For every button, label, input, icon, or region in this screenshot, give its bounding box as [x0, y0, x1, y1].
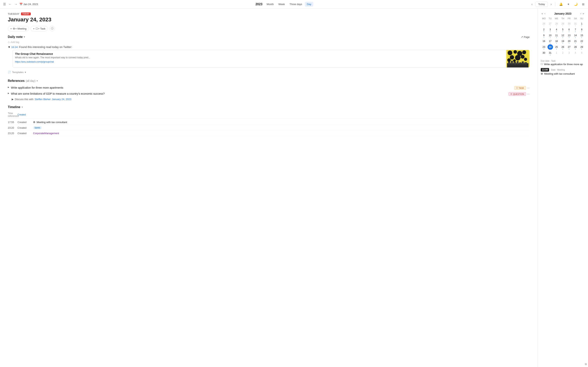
forward-button[interactable]: →	[14, 2, 18, 7]
mini-cal-day-3[interactable]: 3	[547, 27, 553, 32]
mini-cal-day-10[interactable]: 10	[547, 33, 553, 38]
mini-cal-day-23[interactable]: 23	[541, 44, 546, 50]
mini-cal-day-11[interactable]: 11	[554, 33, 559, 38]
bell-icon[interactable]: 🔔	[558, 2, 564, 7]
question-badge-2[interactable]: ⊙ QUESTION	[509, 92, 526, 96]
weekday-we: WE	[553, 17, 560, 20]
today-button[interactable]: Today	[535, 1, 548, 7]
daily-note-title: Daily note ▾	[8, 35, 25, 39]
mini-cal-day-24[interactable]: 24	[547, 44, 553, 50]
taxes-tag[interactable]: taxes	[33, 126, 42, 129]
page-link[interactable]: ↗ Page	[521, 36, 530, 39]
more-button-1[interactable]: ···	[527, 86, 530, 90]
collapse-toggle[interactable]: ▼	[8, 45, 11, 49]
mini-cal-day-30-other[interactable]: 30	[566, 21, 572, 26]
add-meeting-button[interactable]: + ⚙ + Meeting	[8, 26, 29, 31]
mini-cal-day-29-other[interactable]: 29	[560, 21, 565, 26]
layout-icon[interactable]: ⊞	[581, 2, 586, 7]
expand-icon-2[interactable]: ▶	[8, 92, 9, 94]
mini-cal-day-9[interactable]: 9	[541, 33, 546, 38]
day-name: TUESDAY	[8, 13, 19, 15]
prev-period-btn[interactable]: ‹	[531, 2, 533, 7]
timeline-col-created[interactable]: Created	[17, 113, 26, 116]
mini-prev-btn[interactable]: ‹	[544, 12, 546, 15]
sub-link-date[interactable]: January 24, 2023	[52, 98, 71, 101]
task-badge-icon: ☐	[516, 87, 518, 89]
mini-cal-day-28-other[interactable]: 28	[554, 21, 559, 26]
mini-cal-day-13[interactable]: 13	[566, 33, 572, 38]
sub-link-person[interactable]: Steffen Bleher	[35, 98, 51, 101]
mini-cal-day-22[interactable]: 22	[579, 39, 585, 44]
svg-rect-13	[511, 61, 513, 65]
mini-cal-day-29[interactable]: 29	[579, 44, 585, 50]
mini-cal-day-5-other[interactable]: 5	[579, 50, 585, 56]
mini-cal-day-26-other[interactable]: 26	[541, 21, 546, 26]
meeting-people-icon: ⚙	[541, 72, 543, 75]
corp-tag[interactable]: CorporateManagement	[33, 132, 59, 135]
mini-cal-day-27[interactable]: 27	[566, 44, 572, 50]
mini-cal-day-18[interactable]: 18	[554, 39, 559, 44]
mini-cal-day-25[interactable]: 25	[554, 44, 559, 50]
task-badge-1[interactable]: ☐ TASK	[514, 86, 526, 90]
mini-cal-day-2-other[interactable]: 2	[560, 50, 565, 56]
sub-expand-icon[interactable]: ▶	[12, 98, 14, 101]
mini-cal-day-20[interactable]: 20	[566, 39, 572, 44]
back-button[interactable]: ←	[8, 2, 12, 7]
month-view-btn[interactable]: Month	[265, 2, 276, 7]
meeting-date-label: Date · Meeting	[551, 69, 565, 71]
mini-cal-day-4-other[interactable]: 4	[573, 50, 578, 56]
mini-cal-day-14[interactable]: 14	[573, 33, 578, 38]
mini-cal-day-21[interactable]: 21	[573, 39, 578, 44]
tweet-url[interactable]: https://anu.substack.com/p/groupchat	[15, 60, 54, 63]
mini-next-btn[interactable]: ›	[579, 12, 582, 15]
mini-cal-day-17[interactable]: 17	[547, 39, 553, 44]
weekday-th: TH	[560, 17, 566, 20]
timeline-header: Timeline ▾	[8, 105, 530, 109]
mini-cal-day-4[interactable]: 4	[554, 27, 559, 32]
mini-cal-day-8[interactable]: 8	[579, 27, 585, 32]
templates-row[interactable]: 📄 Templates ▾	[8, 70, 530, 75]
mini-cal-day-3-other[interactable]: 3	[566, 50, 572, 56]
day-view-btn[interactable]: Day	[305, 2, 313, 7]
three-days-view-btn[interactable]: Three days	[288, 2, 304, 7]
mini-cal-day-26[interactable]: 26	[560, 44, 565, 50]
ref-item-sub-2: ▶ Discuss this with Steffen Bleher Janua…	[12, 98, 530, 101]
mini-cal-day-5[interactable]: 5	[560, 27, 565, 32]
mini-cal-day-27-other[interactable]: 27	[547, 21, 553, 26]
mini-cal-day-30[interactable]: 30	[541, 50, 546, 56]
sparkle-icon[interactable]: ✦	[566, 2, 571, 7]
mini-cal-day-1[interactable]: 1	[579, 21, 585, 26]
mini-cal-grid: MO TU WE TH FR SA SU 2627282930311234567…	[541, 17, 585, 56]
tweet-time[interactable]: 16:24	[11, 46, 18, 49]
add-tag[interactable]: ◇ Add tag	[8, 41, 530, 43]
timeline-row-3: 23:20 Created CorporateManagement	[8, 131, 530, 136]
info-button[interactable]: ⓘ	[49, 26, 55, 31]
mini-cal-day-7[interactable]: 7	[573, 27, 578, 32]
today-badge: TODAY	[21, 12, 31, 15]
mini-cal-day-19[interactable]: 19	[560, 39, 565, 44]
daily-note-chevron[interactable]: ▾	[24, 36, 25, 38]
mini-prev-prev-btn[interactable]: «	[541, 12, 544, 15]
next-period-btn[interactable]: ›	[550, 2, 552, 7]
references-title: References	[8, 79, 25, 83]
references-chevron[interactable]: ▾	[37, 80, 38, 82]
mini-cal-day-28[interactable]: 28	[573, 44, 578, 50]
ref-item-row-2: ▶ What are some limitations of GDP to me…	[8, 91, 530, 97]
mini-cal-day-31[interactable]: 31	[547, 50, 553, 56]
week-view-btn[interactable]: Week	[277, 2, 287, 7]
menu-button[interactable]: ☰	[2, 1, 7, 7]
mini-cal-day-31-other[interactable]: 31	[573, 21, 578, 26]
more-button-2[interactable]: ···	[527, 92, 530, 96]
timeline-chevron[interactable]: ▾	[22, 106, 23, 108]
mini-cal-day-1-other[interactable]: 1	[554, 50, 559, 56]
mini-cal-day-12[interactable]: 12	[560, 33, 565, 38]
mini-cal-day-16[interactable]: 16	[541, 39, 546, 44]
mini-cal-day-6[interactable]: 6	[566, 27, 572, 32]
task-checkbox-icon: ☐	[541, 63, 543, 66]
add-task-button[interactable]: + ☐ + Task	[31, 26, 48, 31]
mini-next-next-btn[interactable]: »	[582, 12, 585, 15]
mini-cal-day-15[interactable]: 15	[579, 33, 585, 38]
moon-icon[interactable]: 🌙	[573, 2, 579, 7]
expand-icon-1[interactable]: ▶	[8, 86, 9, 88]
mini-cal-day-2[interactable]: 2	[541, 27, 546, 32]
